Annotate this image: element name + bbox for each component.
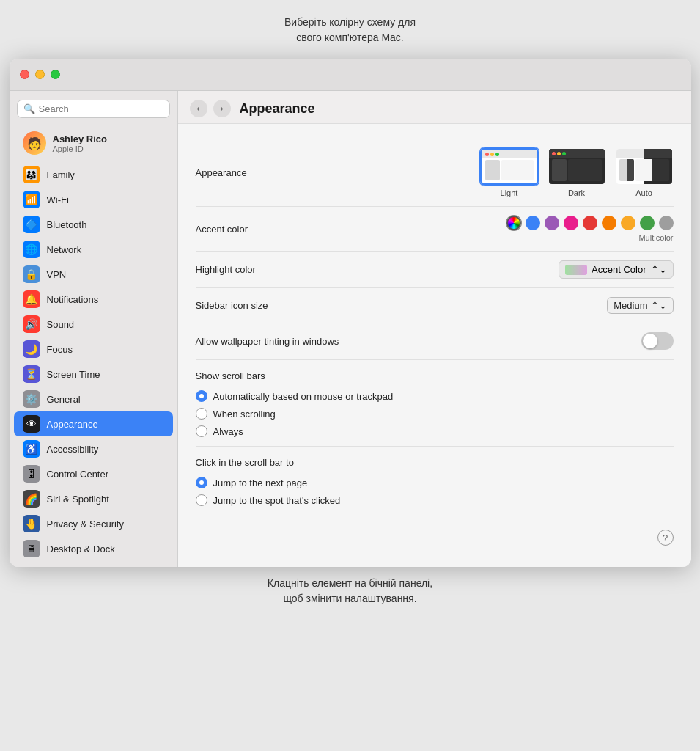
sidebar-icon-sound: 🔊 xyxy=(23,315,40,333)
sidebar-item-controlcenter[interactable]: 🎛Control Center xyxy=(14,461,173,486)
sidebar-item-sound[interactable]: 🔊Sound xyxy=(14,312,173,337)
accent-orange[interactable] xyxy=(602,216,616,230)
accent-green[interactable] xyxy=(640,216,655,230)
scroll-auto-label: Automatically based on mouse or trackpad xyxy=(213,391,394,402)
theme-auto[interactable]: Auto xyxy=(615,147,674,197)
tooltip-bottom: Клацніть елемент на бічній панелі, щоб з… xyxy=(268,576,432,607)
scroll-when-scrolling-radio[interactable] xyxy=(196,408,207,420)
theme-light-thumbnail xyxy=(480,147,539,186)
accent-color-label: Accent color xyxy=(196,224,342,235)
accent-pink[interactable] xyxy=(564,216,578,230)
sidebar-icon-notifications: 🔔 xyxy=(23,290,40,308)
sidebar-icon-desktop: 🖥 xyxy=(23,540,40,557)
sidebar-label-notifications: Notifications xyxy=(47,294,99,305)
click-spot-radio[interactable] xyxy=(196,494,207,506)
accent-gray[interactable] xyxy=(659,216,674,230)
accent-color-control: Multicolor xyxy=(354,216,674,242)
sidebar-item-notifications[interactable]: 🔔Notifications xyxy=(14,287,173,312)
sidebar-icon-size-dropdown[interactable]: Medium ⌃⌄ xyxy=(607,297,673,314)
sidebar-label-general: General xyxy=(47,394,81,405)
sidebar-item-family[interactable]: 👨‍👩‍👧Family xyxy=(14,162,173,187)
sidebar-icon-focus: 🌙 xyxy=(23,340,40,358)
accent-purple[interactable] xyxy=(545,216,559,230)
wallpaper-tinting-control xyxy=(354,332,674,350)
sidebar-icon-size-label: Sidebar icon size xyxy=(196,300,342,311)
sidebar-item-siri[interactable]: 🌈Siri & Spotlight xyxy=(14,486,173,511)
sidebar-label-controlcenter: Control Center xyxy=(47,469,109,480)
sidebar-label-sound: Sound xyxy=(47,319,75,330)
title-bar xyxy=(10,59,691,91)
close-button[interactable] xyxy=(20,70,29,79)
sidebar-icon-appearance: 👁 xyxy=(23,415,40,433)
sidebar-item-wifi[interactable]: 📶Wi-Fi xyxy=(14,187,173,212)
sidebar-item-privacy[interactable]: 🤚Privacy & Security xyxy=(14,511,173,536)
wallpaper-tinting-row: Allow wallpaper tinting in windows xyxy=(196,323,674,359)
click-next-page-radio[interactable] xyxy=(196,477,207,488)
highlight-color-dropdown[interactable]: Accent Color ⌃⌄ xyxy=(559,260,673,279)
click-spot-label: Jump to the spot that's clicked xyxy=(213,495,341,506)
scroll-when-scrolling-option[interactable]: When scrolling xyxy=(196,405,674,422)
sidebar-item-bluetooth[interactable]: 🔷Bluetooth xyxy=(14,212,173,237)
highlight-color-control: Accent Color ⌃⌄ xyxy=(354,260,674,279)
sidebar-item-vpn[interactable]: 🔒VPN xyxy=(14,262,173,287)
user-subtitle: Apple ID xyxy=(53,144,107,153)
content-header: ‹ › Appearance xyxy=(178,91,691,124)
sidebar-item-network[interactable]: 🌐Network xyxy=(14,237,173,262)
minimize-button[interactable] xyxy=(35,70,45,79)
appearance-setting-row: Appearance xyxy=(196,139,674,207)
sidebar-label-network: Network xyxy=(47,244,82,255)
scroll-auto-radio[interactable] xyxy=(196,390,207,402)
theme-light-label: Light xyxy=(501,188,518,197)
click-next-page-option[interactable]: Jump to the next page xyxy=(196,474,674,491)
sidebar-item-focus[interactable]: 🌙Focus xyxy=(14,337,173,362)
page-title: Appearance xyxy=(240,101,315,117)
sidebar-item-appearance[interactable]: 👁Appearance xyxy=(14,411,173,436)
user-profile-item[interactable]: 🧑 Ashley Rico Apple ID xyxy=(14,127,173,159)
theme-dark[interactable]: Dark xyxy=(548,147,606,197)
scroll-always-radio[interactable] xyxy=(196,425,207,437)
sidebar-item-desktop[interactable]: 🖥Desktop & Dock xyxy=(14,536,173,561)
accent-multicolor[interactable] xyxy=(506,216,521,230)
help-button[interactable]: ? xyxy=(657,530,674,546)
sidebar-size-chevron: ⌃⌄ xyxy=(651,300,667,311)
scroll-always-option[interactable]: Always xyxy=(196,422,674,440)
scroll-when-scrolling-label: When scrolling xyxy=(213,409,276,420)
sidebar-label-desktop: Desktop & Dock xyxy=(47,543,115,554)
sidebar-icon-vpn: 🔒 xyxy=(23,265,40,283)
accent-red[interactable] xyxy=(583,216,597,230)
sidebar-item-screentime[interactable]: ⏳Screen Time xyxy=(14,362,173,387)
scroll-auto-option[interactable]: Automatically based on mouse or trackpad xyxy=(196,387,674,405)
traffic-lights xyxy=(20,70,60,79)
sidebar-icon-family: 👨‍👩‍👧 xyxy=(23,166,40,183)
accent-yellow[interactable] xyxy=(621,216,635,230)
maximize-button[interactable] xyxy=(51,70,60,79)
sidebar-icon-size-row: Sidebar icon size Medium ⌃⌄ xyxy=(196,288,674,323)
sidebar-label-vpn: VPN xyxy=(47,269,67,280)
search-input[interactable] xyxy=(39,103,163,114)
avatar: 🧑 xyxy=(23,131,46,155)
theme-options: Light xyxy=(480,147,674,197)
forward-button[interactable]: › xyxy=(213,100,231,117)
click-spot-option[interactable]: Jump to the spot that's clicked xyxy=(196,491,674,509)
search-box[interactable]: 🔍 xyxy=(17,100,170,118)
theme-auto-label: Auto xyxy=(635,188,652,197)
sidebar-label-wifi: Wi-Fi xyxy=(47,194,69,205)
accent-color-swatches xyxy=(506,216,674,230)
accent-blue[interactable] xyxy=(526,216,540,230)
sidebar-item-general[interactable]: ⚙️General xyxy=(14,387,173,411)
tooltip-top: Виберіть колірну схему для свого комп'ют… xyxy=(284,15,416,45)
theme-dark-thumbnail xyxy=(548,147,606,186)
back-button[interactable]: ‹ xyxy=(190,100,207,117)
appearance-control: Light xyxy=(354,147,674,197)
sidebar-item-accessibility[interactable]: ♿Accessibility xyxy=(14,436,173,461)
sidebar-label-focus: Focus xyxy=(47,344,73,355)
sidebar-label-screentime: Screen Time xyxy=(47,369,100,380)
sidebar-icon-size-value: Medium xyxy=(614,300,647,311)
theme-light[interactable]: Light xyxy=(480,147,539,197)
user-name: Ashley Rico xyxy=(53,133,107,144)
appearance-label: Appearance xyxy=(196,167,342,178)
wallpaper-tinting-toggle[interactable] xyxy=(641,332,674,350)
sidebar-icon-privacy: 🤚 xyxy=(23,515,40,532)
highlight-color-row: Highlight color Accent Color ⌃⌄ xyxy=(196,252,674,288)
accent-color-options: Multicolor xyxy=(506,216,674,242)
